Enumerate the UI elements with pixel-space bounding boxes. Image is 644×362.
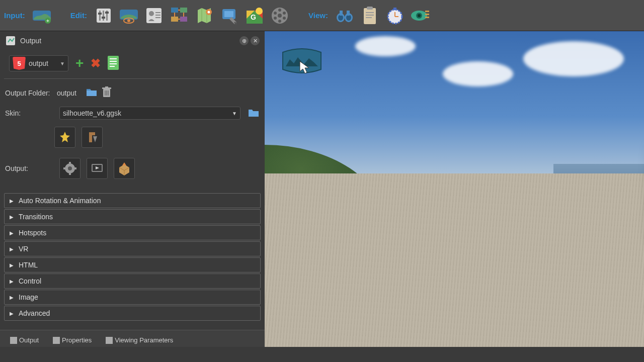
skin-value: silhouette_v6.ggsk (63, 109, 121, 117)
preview-viewport[interactable]: Save As: Tags: Where: wordpress ▲▼ ⌄ Can… (265, 31, 644, 347)
chevron-down-icon: ▼ (232, 111, 237, 116)
skin-label: Skin: (5, 109, 31, 117)
svg-rect-5 (103, 11, 104, 21)
svg-rect-47 (366, 17, 372, 18)
svg-rect-73 (74, 167, 76, 169)
skin-dropdown[interactable]: silhouette_v6.ggsk ▼ (59, 107, 240, 120)
svg-rect-65 (105, 90, 106, 96)
svg-point-52 (418, 14, 421, 17)
output-format-value: output (29, 59, 48, 67)
accordion-advanced[interactable]: ▶Advanced (4, 306, 261, 321)
svg-rect-42 (347, 11, 350, 16)
output-preview-button[interactable] (87, 158, 108, 179)
output-format-dropdown[interactable]: 5 output ▼ (9, 55, 68, 71)
svg-point-30 (278, 14, 282, 18)
svg-rect-70 (69, 162, 71, 164)
edit-preview-icon[interactable] (117, 4, 140, 27)
accordion-html[interactable]: ▶HTML (4, 257, 261, 273)
svg-rect-67 (108, 90, 109, 96)
view-timer-icon[interactable] (383, 4, 407, 27)
edit-label: Edit: (70, 11, 87, 20)
svg-rect-72 (63, 167, 66, 169)
chevron-down-icon: ▼ (60, 61, 65, 66)
svg-rect-59 (110, 61, 117, 62)
svg-rect-18 (171, 8, 178, 13)
accordion-image[interactable]: ▶Image (4, 290, 261, 305)
browse-folder-icon[interactable] (86, 87, 98, 99)
bottom-tabs: Output Properties Viewing Parameters (0, 330, 265, 347)
accordion-hotspots[interactable]: ▶Hotspots (4, 225, 261, 240)
output-settings-button[interactable] (59, 158, 80, 179)
panel-detach-icon[interactable]: ⊕ (239, 36, 249, 45)
svg-rect-9 (105, 12, 109, 14)
output-panel-icon (5, 35, 16, 46)
browse-skin-icon[interactable] (248, 108, 260, 119)
svg-rect-16 (155, 15, 160, 16)
svg-rect-21 (180, 17, 187, 22)
svg-rect-43 (364, 8, 376, 24)
input-panorama-icon[interactable]: + (30, 4, 53, 27)
input-label: Input: (4, 11, 25, 20)
output-folder-value: output (57, 89, 76, 97)
accordion-auto-rotation[interactable]: ▶Auto Rotation & Animation (4, 193, 261, 208)
edit-tour-icon[interactable] (168, 4, 191, 27)
panorama-logo-icon (281, 47, 321, 75)
list-doc-icon[interactable] (108, 56, 119, 71)
svg-point-33 (283, 17, 286, 20)
svg-point-32 (283, 12, 286, 15)
svg-point-36 (274, 12, 277, 15)
panel-close-icon[interactable]: ✕ (251, 36, 260, 45)
panel-title: Output (20, 37, 41, 45)
remove-output-icon[interactable]: ✖ (91, 56, 101, 70)
svg-rect-77 (53, 337, 60, 344)
view-eye-icon[interactable] (409, 4, 432, 27)
output-package-button[interactable] (114, 158, 135, 179)
view-binoculars-icon[interactable] (333, 4, 356, 27)
svg-rect-55 (425, 17, 429, 18)
svg-text:G: G (251, 13, 256, 21)
output-panel: Output ⊕ ✕ 5 output ▼ + ✖ Output Folder:… (0, 31, 265, 347)
view-clipboard-icon[interactable] (358, 4, 381, 27)
svg-rect-61 (110, 66, 115, 67)
settings-accordion: ▶Auto Rotation & Animation ▶Transitions … (0, 193, 265, 322)
svg-point-69 (68, 166, 72, 170)
delete-folder-icon[interactable] (102, 86, 112, 100)
accordion-transitions[interactable]: ▶Transitions (4, 209, 261, 224)
svg-rect-57 (108, 56, 119, 70)
svg-point-34 (278, 20, 281, 23)
svg-point-12 (127, 19, 130, 22)
svg-rect-4 (99, 11, 101, 21)
svg-point-27 (256, 8, 263, 15)
svg-rect-8 (102, 17, 105, 19)
accordion-control[interactable]: ▶Control (4, 274, 261, 289)
svg-rect-53 (425, 11, 429, 12)
svg-rect-66 (106, 90, 107, 96)
output-folder-label: Output Folder: (5, 89, 53, 97)
svg-rect-56 (6, 36, 15, 45)
html5-icon: 5 (13, 57, 26, 70)
tab-viewing[interactable]: Viewing Parameters (101, 333, 178, 347)
edit-map-icon[interactable] (193, 4, 216, 27)
svg-text:+: + (46, 18, 49, 24)
skin-edit-button[interactable] (82, 127, 103, 148)
edit-google-icon[interactable]: G (243, 4, 266, 27)
svg-rect-58 (110, 58, 117, 59)
add-output-icon[interactable]: + (75, 55, 84, 71)
svg-rect-41 (340, 11, 343, 16)
edit-userdata-icon[interactable] (142, 4, 166, 27)
edit-skin-icon[interactable] (218, 4, 241, 27)
svg-point-31 (278, 9, 281, 12)
svg-rect-71 (69, 172, 71, 175)
accordion-vr[interactable]: ▶VR (4, 241, 261, 256)
svg-rect-49 (393, 8, 396, 10)
tab-output[interactable]: Output (5, 333, 44, 347)
svg-point-35 (274, 17, 277, 20)
skin-effects-button[interactable] (54, 127, 75, 148)
output-label: Output: (5, 164, 31, 172)
edit-animation-icon[interactable] (268, 4, 291, 27)
svg-rect-19 (180, 8, 187, 13)
view-label: View: (308, 11, 328, 20)
edit-sliders-icon[interactable] (92, 4, 115, 27)
svg-rect-20 (171, 17, 178, 22)
tab-properties[interactable]: Properties (48, 333, 97, 347)
